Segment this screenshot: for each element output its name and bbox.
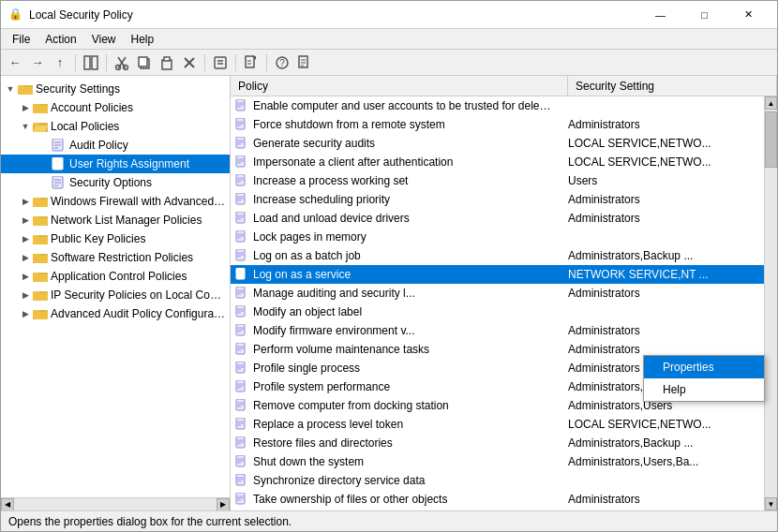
sidebar-item-audit-policy[interactable]: ▶ Audit Policy	[1, 136, 230, 155]
cut-button[interactable]	[112, 52, 132, 73]
folder-fw-icon	[33, 194, 48, 209]
table-row[interactable]: Generate security audits LOCAL SERVICE,N…	[231, 134, 777, 153]
sidebar-item-user-rights[interactable]: ▶ User Rights Assignment	[1, 155, 230, 173]
sidebar-item-windows-firewall[interactable]: ▶ Windows Firewall with Advanced Secu...	[1, 192, 230, 211]
menu-help[interactable]: Help	[124, 31, 162, 48]
expand-icon-local[interactable]: ▼	[18, 119, 33, 134]
vscroll-track[interactable]	[765, 110, 777, 497]
vscroll-down[interactable]: ▼	[765, 497, 777, 510]
policy-row-icon	[234, 136, 249, 151]
expand-icon-sr[interactable]: ▶	[18, 250, 33, 265]
menu-view[interactable]: View	[84, 31, 124, 48]
table-row[interactable]: Modify firmware environment v... Adminis…	[231, 321, 777, 340]
table-row[interactable]: Increase a process working set Users	[231, 171, 777, 190]
delete-button[interactable]	[179, 52, 200, 73]
row-setting-text: Administrators	[561, 118, 777, 131]
sidebar-label-security-options: Security Options	[69, 176, 152, 189]
help-button[interactable]: ?	[272, 52, 292, 73]
up-button[interactable]: ↑	[50, 52, 70, 73]
sidebar-item-ip-security[interactable]: ▶ IP Security Policies on Local Compute.…	[1, 286, 230, 304]
row-policy-text: Modify firmware environment v...	[253, 324, 561, 337]
table-row[interactable]: Lock pages in memory	[231, 228, 777, 246]
sidebar-item-account-policies[interactable]: ▶ Account Policies	[1, 98, 230, 117]
table-row[interactable]: Manage auditing and security l... Admini…	[231, 284, 777, 303]
forward-button[interactable]: →	[27, 52, 48, 73]
expand-icon-pk[interactable]: ▶	[18, 231, 33, 246]
vscroll-up[interactable]: ▲	[765, 96, 777, 110]
svg-rect-58	[33, 274, 48, 282]
properties-button[interactable]	[210, 52, 231, 73]
copy-button[interactable]	[134, 52, 155, 73]
table-row[interactable]: Replace a process level token LOCAL SERV…	[231, 415, 777, 434]
table-row[interactable]: Take ownership of files or other objects…	[231, 490, 777, 509]
table-row[interactable]: Shut down the system Administrators,User…	[231, 452, 777, 471]
row-policy-text: Profile single process	[253, 362, 561, 375]
column-header-setting[interactable]: Security Setting	[568, 76, 777, 96]
expand-icon-aa[interactable]: ▶	[18, 306, 33, 321]
svg-rect-52	[33, 237, 48, 244]
vertical-scrollbar[interactable]: ▲ ▼	[764, 96, 777, 510]
sidebar-item-advanced-audit[interactable]: ▶ Advanced Audit Policy Configuration	[1, 304, 230, 323]
row-policy-text: Generate security audits	[253, 137, 561, 150]
minimize-button[interactable]: —	[639, 1, 681, 29]
content-pane: Policy Security Setting Enable computer …	[231, 76, 777, 510]
sidebar-item-local-policies[interactable]: ▼ Local Policies	[1, 117, 230, 136]
sidebar-item-app-control[interactable]: ▶ Application Control Policies	[1, 267, 230, 286]
menu-action[interactable]: Action	[37, 31, 83, 48]
policy-row-icon	[234, 211, 249, 226]
export-button[interactable]	[241, 52, 262, 73]
sidebar-item-software-restriction[interactable]: ▶ Software Restriction Policies	[1, 248, 230, 267]
hscroll-track[interactable]	[14, 498, 217, 511]
sidebar-item-network-list[interactable]: ▶ Network List Manager Policies	[1, 211, 230, 229]
menu-file[interactable]: File	[5, 31, 37, 48]
context-menu-help[interactable]: Help	[644, 378, 764, 401]
close-button[interactable]: ✕	[727, 1, 770, 29]
hscroll-right[interactable]: ▶	[217, 498, 230, 511]
expand-icon-fw[interactable]: ▶	[18, 194, 33, 209]
sidebar-label-local-policies: Local Policies	[51, 120, 119, 133]
table-row[interactable]: Load and unload device drivers Administr…	[231, 209, 777, 228]
table-row[interactable]: Log on as a batch job Administrators,Bac…	[231, 246, 777, 265]
hscroll-left[interactable]: ◀	[1, 498, 14, 511]
show-hide-button[interactable]	[81, 52, 101, 73]
expand-icon[interactable]: ▼	[3, 81, 18, 96]
maximize-button[interactable]: □	[683, 1, 726, 29]
svg-rect-50	[33, 216, 39, 219]
about-button[interactable]	[294, 52, 315, 73]
sidebar-label-software-restriction: Software Restriction Policies	[51, 251, 193, 264]
table-row[interactable]: Synchronize directory service data	[231, 471, 777, 490]
paste-button[interactable]	[157, 52, 177, 73]
row-policy-text: Perform volume maintenance tasks	[253, 343, 561, 356]
table-row[interactable]: Modify an object label	[231, 303, 777, 321]
table-row[interactable]: Impersonate a client after authenticatio…	[231, 153, 777, 171]
table-row[interactable]: Force shutdown from a remote system Admi…	[231, 115, 777, 134]
row-policy-text: Lock pages in memory	[253, 230, 561, 244]
table-row[interactable]: Restore files and directories Administra…	[231, 434, 777, 452]
svg-rect-15	[246, 56, 254, 67]
expand-icon-account[interactable]: ▶	[18, 100, 33, 115]
svg-rect-26	[18, 85, 24, 88]
sidebar-hscrollbar[interactable]: ◀ ▶	[1, 497, 230, 510]
back-button[interactable]: ←	[5, 52, 25, 73]
table-row[interactable]: Increase scheduling priority Administrat…	[231, 190, 777, 209]
policy-row-icon	[234, 361, 249, 376]
sidebar-item-security-settings[interactable]: ▼ Security Settings	[1, 80, 230, 98]
expand-icon-ip[interactable]: ▶	[18, 288, 33, 303]
sidebar-item-public-key[interactable]: ▶ Public Key Policies	[1, 229, 230, 248]
policy-icon-so	[52, 175, 67, 190]
row-policy-text: Increase scheduling priority	[253, 193, 561, 206]
svg-rect-56	[33, 254, 39, 257]
expand-icon-nl[interactable]: ▶	[18, 213, 33, 228]
policy-row-icon	[234, 117, 249, 132]
expand-icon-ac[interactable]: ▶	[18, 269, 33, 284]
status-text: Opens the properties dialog box for the …	[8, 515, 292, 528]
folder-ip-icon	[33, 288, 48, 303]
policy-row-icon	[234, 229, 249, 244]
sidebar-item-security-options[interactable]: ▶ Security Options	[1, 173, 230, 192]
column-header-policy[interactable]: Policy	[231, 76, 568, 96]
table-row-selected[interactable]: Log on as a service NETWORK SERVICE,NT .…	[231, 265, 777, 284]
context-menu-properties[interactable]: Properties	[644, 356, 764, 378]
vscroll-thumb[interactable]	[765, 111, 777, 168]
row-policy-text: Synchronize directory service data	[253, 474, 561, 487]
table-row[interactable]: Enable computer and user accounts to be …	[231, 96, 777, 115]
